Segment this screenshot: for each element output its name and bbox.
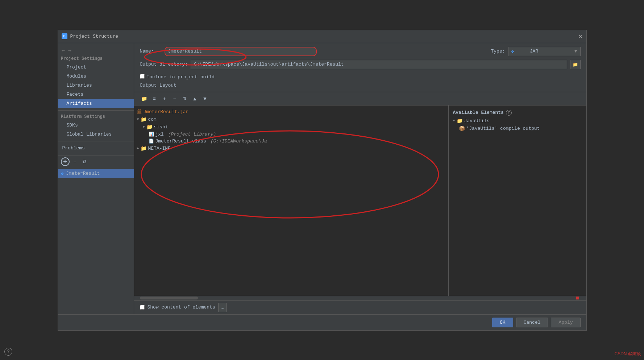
include-label: Include in project build: [147, 74, 215, 80]
show-content-checkbox[interactable]: [140, 305, 145, 310]
project-settings-label: Project Settings: [58, 55, 134, 63]
add-folder-btn[interactable]: 📁: [140, 94, 149, 103]
help-icon[interactable]: ?: [506, 110, 512, 116]
available-panel: Available Elements ? ▼ 📁 JavaUtils 📦 'Ja…: [449, 105, 586, 296]
class-icon: 📄: [149, 138, 154, 144]
forward-button[interactable]: →: [67, 47, 72, 53]
sidebar-item-facets[interactable]: Facets: [58, 90, 134, 99]
move-up-btn[interactable]: ▲: [191, 94, 199, 103]
title-bar-left: P Project Structure: [62, 33, 119, 39]
apply-button[interactable]: Apply: [551, 318, 580, 327]
close-button[interactable]: ✕: [578, 33, 583, 40]
tree-item-jxl[interactable]: 📊 jxl (Project Library): [134, 131, 448, 138]
javautils-arrow: ▼: [453, 119, 455, 123]
plus-icon: +: [163, 96, 166, 102]
sort-icon: ⇅: [183, 96, 187, 101]
remove-artifact-button[interactable]: −: [71, 158, 79, 166]
jxl-extra: (Project Library): [165, 132, 216, 137]
show-content-browse-btn[interactable]: ...: [218, 303, 227, 312]
include-row: Include in project build: [140, 73, 581, 80]
type-select-container: Type: ❖ JAR ▼: [491, 47, 580, 56]
status-indicator: [576, 297, 579, 299]
copy-artifact-button[interactable]: ⧉: [80, 158, 88, 166]
up-arrow-icon: ▲: [192, 96, 198, 102]
javautils-folder-icon: 📁: [457, 118, 463, 124]
sidebar-item-sdks[interactable]: SDKs: [58, 121, 134, 130]
sidebar-item-artifacts[interactable]: Artifacts: [58, 99, 134, 108]
com-folder-icon: 📁: [141, 116, 147, 123]
dialog-title: Project Structure: [70, 34, 119, 39]
output-toolbar: 📁 ≡ + − ⇅ ▲ ▼: [134, 92, 586, 105]
sidebar-item-problems[interactable]: Problems: [58, 144, 134, 153]
output-dir-row: Output directory: 📁: [140, 60, 581, 69]
folder-plus-icon: 📁: [141, 96, 147, 102]
jxl-label: jxl: [155, 132, 164, 137]
module-icon: 📦: [459, 125, 465, 132]
scrollbar-area: [134, 296, 586, 300]
com-arrow: ▼: [137, 117, 139, 121]
project-structure-dialog: P Project Structure ✕ ← → Project Settin…: [58, 30, 587, 331]
name-input[interactable]: [165, 47, 317, 56]
available-label: Available Elements: [453, 110, 504, 115]
output-dir-input[interactable]: [191, 60, 567, 69]
tree-item-sishi[interactable]: ▼ 📁 sishi: [134, 123, 448, 131]
scrollbar-thumb[interactable]: [140, 297, 198, 299]
meta-arrow: ►: [137, 146, 139, 150]
output-layout-section: Output Layout: [140, 83, 581, 88]
app-icon: P: [62, 33, 67, 39]
artifacts-list: + − ⧉ ❖ JmeterResult: [58, 156, 134, 178]
show-content-label: Show content of elements: [148, 305, 215, 310]
dialog-footer: OK Cancel Apply: [58, 314, 586, 330]
jar-icon: 🏛: [137, 109, 142, 115]
jar-label: JmeterResult.jar: [144, 109, 189, 115]
remove-element-btn[interactable]: −: [170, 94, 179, 103]
nav-arrows: ← →: [58, 46, 134, 55]
artifact-item-jmeterresult[interactable]: ❖ JmeterResult: [58, 169, 134, 178]
include-checkbox[interactable]: [140, 74, 145, 79]
bottom-bar: Show content of elements ...: [134, 300, 586, 314]
output-dir-label: Output directory:: [140, 62, 188, 67]
browse-icon: 📁: [573, 62, 578, 67]
watermark: CSDN @陈欣: [614, 351, 641, 357]
artifact-icon: ❖: [61, 170, 64, 177]
list-view-btn[interactable]: ≡: [150, 94, 159, 103]
cancel-button[interactable]: Cancel: [516, 318, 548, 327]
available-header: Available Elements ?: [449, 108, 586, 117]
sishi-label: sishi: [154, 124, 168, 130]
compile-output-label: 'JavaUtils' compile output: [466, 126, 540, 131]
tree-item-com[interactable]: ▼ 📁 com: [134, 116, 448, 123]
global-help-icon[interactable]: ?: [4, 348, 12, 356]
move-down-btn[interactable]: ▼: [201, 94, 209, 103]
list-icon: ≡: [153, 96, 155, 102]
type-label: Type:: [491, 49, 505, 54]
type-value: JAR: [530, 49, 538, 54]
browse-button[interactable]: 📁: [570, 60, 581, 69]
ok-button[interactable]: OK: [492, 318, 513, 327]
platform-settings-label: Platform Settings: [58, 113, 134, 121]
class-extra: (G:\IDEAWorkspace\Ja: [208, 138, 267, 144]
tree-panel: 🏛 JmeterResult.jar ▼ 📁 com ▼ 📁 sishi: [134, 105, 449, 296]
add-element-btn[interactable]: +: [160, 94, 169, 103]
add-artifact-button[interactable]: +: [61, 157, 70, 166]
sidebar-divider-2: [58, 141, 134, 141]
back-button[interactable]: ←: [61, 47, 66, 53]
sidebar-item-global-libraries[interactable]: Global Libraries: [58, 130, 134, 139]
main-top: Name: Type: ❖ JAR ▼: [134, 43, 586, 92]
output-panels: 🏛 JmeterResult.jar ▼ 📁 com ▼ 📁 sishi: [134, 105, 586, 296]
artifact-label: JmeterResult: [66, 171, 100, 176]
minus-icon: −: [173, 96, 176, 102]
tree-item-meta-inf[interactable]: ► 📁 META-INF: [134, 145, 448, 152]
avail-item-javautils[interactable]: ▼ 📁 JavaUtils: [449, 117, 586, 125]
meta-label: META-INF: [148, 146, 171, 151]
type-select[interactable]: ❖ JAR ▼: [508, 47, 581, 56]
sidebar-item-libraries[interactable]: Libraries: [58, 81, 134, 90]
tree-item-class[interactable]: 📄 JmeterResult.class (G:\IDEAWorkspace\J…: [134, 138, 448, 145]
title-bar: P Project Structure ✕: [58, 30, 586, 43]
sort-btn[interactable]: ⇅: [180, 94, 189, 103]
sidebar-item-modules[interactable]: Modules: [58, 72, 134, 81]
javautils-label: JavaUtils: [464, 118, 490, 124]
tree-item-jar[interactable]: 🏛 JmeterResult.jar: [134, 108, 448, 116]
artifacts-toolbar: + − ⧉: [58, 156, 134, 167]
sidebar-item-project[interactable]: Project: [58, 63, 134, 72]
avail-item-compile-output[interactable]: 📦 'JavaUtils' compile output: [449, 125, 586, 132]
